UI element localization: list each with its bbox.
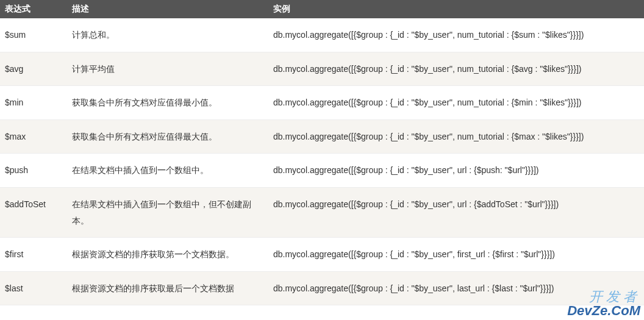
cell-description: 根据资源文档的排序获取第一个文档数据。 [67, 238, 268, 272]
cell-expression: $avg [0, 52, 67, 86]
table-row: $push 在结果文档中插入值到一个数组中。 db.mycol.aggregat… [0, 154, 644, 188]
cell-description: 获取集合中所有文档对应值得最大值。 [67, 119, 268, 154]
cell-description: 计算平均值 [67, 52, 268, 86]
cell-example: db.mycol.aggregate([{$group : {_id : "$b… [268, 238, 644, 272]
cell-description: 计算总和。 [67, 18, 268, 52]
cell-description: 在结果文档中插入值到一个数组中。 [67, 154, 268, 188]
table-row: $min 获取集合中所有文档对应值得最小值。 db.mycol.aggregat… [0, 86, 644, 120]
cell-expression: $first [0, 238, 67, 272]
table-row: $max 获取集合中所有文档对应值得最大值。 db.mycol.aggregat… [0, 119, 644, 154]
cell-expression: $min [0, 86, 67, 120]
col-header-example: 实例 [268, 0, 644, 18]
cell-expression: $sum [0, 18, 67, 52]
table-row: $avg 计算平均值 db.mycol.aggregate([{$group :… [0, 52, 644, 86]
table-row: $first 根据资源文档的排序获取第一个文档数据。 db.mycol.aggr… [0, 238, 644, 272]
watermark-en: DevZe.CoM [567, 304, 640, 318]
cell-description: 在结果文档中插入值到一个数组中，但不创建副本。 [67, 187, 268, 237]
cell-example: db.mycol.aggregate([{$group : {_id : "$b… [268, 271, 644, 305]
cell-example: db.mycol.aggregate([{$group : {_id : "$b… [268, 86, 644, 120]
col-header-expression: 表达式 [0, 0, 67, 18]
cell-expression: $push [0, 154, 67, 188]
col-header-description: 描述 [67, 0, 268, 18]
cell-description: 获取集合中所有文档对应值得最小值。 [67, 86, 268, 120]
cell-example: db.mycol.aggregate([{$group : {_id : "$b… [268, 18, 644, 52]
table-row: $addToSet 在结果文档中插入值到一个数组中，但不创建副本。 db.myc… [0, 187, 644, 237]
aggregation-operators-table: 表达式 描述 实例 $sum 计算总和。 db.mycol.aggregate(… [0, 0, 644, 305]
table-header-row: 表达式 描述 实例 [0, 0, 644, 18]
cell-expression: $max [0, 119, 67, 154]
cell-expression: $last [0, 271, 67, 305]
cell-example: db.mycol.aggregate([{$group : {_id : "$b… [268, 187, 644, 237]
cell-expression: $addToSet [0, 187, 67, 237]
cell-example: db.mycol.aggregate([{$group : {_id : "$b… [268, 119, 644, 154]
cell-description: 根据资源文档的排序获取最后一个文档数据 [67, 271, 268, 305]
table-row: $last 根据资源文档的排序获取最后一个文档数据 db.mycol.aggre… [0, 271, 644, 305]
table-row: $sum 计算总和。 db.mycol.aggregate([{$group :… [0, 18, 644, 52]
cell-example: db.mycol.aggregate([{$group : {_id : "$b… [268, 154, 644, 188]
cell-example: db.mycol.aggregate([{$group : {_id : "$b… [268, 52, 644, 86]
